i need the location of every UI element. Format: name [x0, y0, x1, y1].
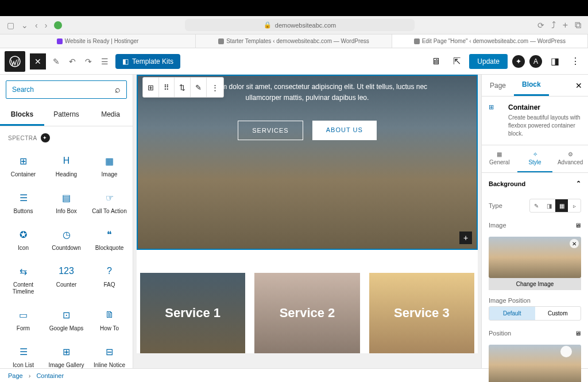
blockquote-icon: ❝ [103, 227, 117, 241]
close-inserter-button[interactable]: ✕ [30, 53, 46, 70]
settings-panel: Page Block ✕ ⊞ Container Create beautifu… [481, 75, 588, 368]
container-info-icon: ⊞ [489, 103, 502, 117]
block-heading[interactable]: HHeading [45, 148, 87, 184]
block-form[interactable]: ▭Form [2, 302, 44, 338]
service-card-3[interactable]: Service 3 [369, 273, 474, 353]
style-icon: ✧ [533, 151, 537, 157]
back-icon[interactable]: ‹ [35, 21, 38, 30]
reload-icon[interactable]: ⟳ [537, 21, 544, 30]
template-kits-button[interactable]: ◧ Template Kits [115, 54, 180, 69]
redo-icon[interactable]: ↷ [83, 55, 94, 68]
drag-handle-icon[interactable]: ⠿ [159, 78, 175, 97]
undo-icon[interactable]: ↶ [67, 55, 78, 68]
services-button[interactable]: SERVICES [238, 121, 303, 140]
block-buttons[interactable]: ☰Buttons [2, 185, 44, 221]
update-button[interactable]: Update [469, 54, 508, 69]
block-notice[interactable]: ⊟Inline Notice [88, 339, 130, 368]
spectra-icon[interactable]: ✦ [512, 55, 525, 68]
focal-point-handle[interactable] [560, 346, 572, 357]
forward-icon[interactable]: › [45, 21, 48, 30]
image-label: Image [489, 222, 506, 229]
block-blockquote[interactable]: ❝Blockquote [88, 222, 130, 257]
position-label: Position [489, 330, 511, 337]
settings-tab-general[interactable]: ▦General [482, 145, 517, 172]
astra-icon[interactable]: A [529, 55, 542, 68]
hero-container-block[interactable]: Lorem ipsum dolor sit amet, consectetur … [137, 75, 478, 250]
block-infobox[interactable]: ▤Info Box [45, 185, 87, 221]
block-howto[interactable]: 🗎How To [88, 302, 130, 338]
device-preview-icon[interactable]: 🖥 [428, 53, 444, 70]
browser-tab-editor[interactable]: Edit Page "Home" ‹ demowebsiteabc.com — … [392, 34, 588, 48]
tab-media[interactable]: Media [88, 105, 133, 126]
counter-icon: 123 [60, 264, 74, 278]
breadcrumb-container[interactable]: Container [36, 372, 64, 379]
tab-patterns[interactable]: Patterns [44, 105, 88, 126]
block-iconlist[interactable]: ☰Icon List [2, 339, 44, 368]
tabs-icon[interactable]: ⧉ [575, 20, 581, 30]
dropdown-icon[interactable]: ⌄ [21, 21, 28, 30]
responsive-icon[interactable]: 🖥 [575, 330, 581, 337]
bg-type-video[interactable]: ▹ [568, 199, 581, 212]
sidebar-toggle-icon[interactable]: ▢ [7, 21, 14, 30]
responsive-icon[interactable]: 🖥 [575, 222, 581, 229]
wordpress-logo-icon[interactable] [5, 51, 25, 72]
background-image-preview[interactable]: ✕ [489, 237, 581, 278]
add-block-button[interactable]: + [459, 231, 472, 244]
share-icon[interactable]: ⤴ [551, 20, 556, 30]
bg-type-color[interactable]: ✎ [530, 199, 543, 212]
grammarly-icon[interactable] [54, 21, 62, 29]
position-default[interactable]: Default [489, 307, 535, 320]
list-view-icon[interactable]: ☰ [99, 55, 111, 68]
countdown-icon: ◷ [60, 227, 74, 241]
container-block-icon[interactable]: ⊞ [143, 78, 159, 97]
more-options-icon[interactable]: ⋮ [567, 53, 583, 70]
block-container[interactable]: ⊞Container [2, 148, 44, 184]
external-link-icon[interactable]: ⇱ [448, 53, 465, 70]
position-focal-picker[interactable] [489, 345, 581, 382]
breadcrumb-page[interactable]: Page [8, 372, 23, 379]
block-icon[interactable]: ✪Icon [2, 222, 44, 257]
block-map[interactable]: ⊡Google Maps [45, 302, 87, 338]
copy-style-icon[interactable]: ✎ [191, 78, 207, 97]
block-cta[interactable]: ☞Call To Action [88, 185, 130, 221]
about-us-button[interactable]: ABOUT US [312, 121, 377, 140]
notice-icon: ⊟ [103, 345, 117, 358]
sidebar-toggle-icon[interactable]: ◨ [547, 53, 563, 70]
browser-tab-starter[interactable]: Starter Templates ‹ demowebsiteabc.com —… [196, 34, 392, 48]
new-tab-icon[interactable]: + [563, 20, 568, 30]
block-gallery[interactable]: ⊞Image Gallery [45, 339, 87, 368]
service-card-2[interactable]: Service 2 [254, 273, 359, 353]
block-more-icon[interactable]: ⋮ [207, 78, 223, 97]
move-arrows-icon[interactable]: ⇅ [175, 78, 191, 97]
settings-tab-advanced[interactable]: ⚙Advanced [552, 145, 588, 172]
background-section-header[interactable]: Background ⌃ [482, 173, 588, 194]
bg-type-gradient[interactable]: ◨ [543, 199, 555, 212]
block-counter[interactable]: 123Counter [45, 258, 87, 301]
search-blocks-input[interactable]: ⌕ [6, 80, 127, 99]
remove-image-icon[interactable]: ✕ [570, 239, 579, 248]
tab-blocks[interactable]: Blocks [0, 105, 44, 126]
block-countdown[interactable]: ◷Countdown [45, 222, 87, 257]
settings-tab-style[interactable]: ✧Style [517, 145, 553, 172]
heading-icon: H [60, 154, 74, 168]
change-image-button[interactable]: Change Image [489, 278, 581, 290]
url-bar[interactable]: 🔒 demowebsiteabc.com [185, 19, 415, 31]
browser-tab-hostinger[interactable]: Website is Ready | Hostinger [0, 34, 196, 48]
block-image[interactable]: ▦Image [88, 148, 130, 184]
service-card-1[interactable]: Service 1 [140, 273, 245, 353]
iconlist-icon: ☰ [17, 345, 30, 358]
services-row[interactable]: Service 1 Service 2 Service 3 [137, 250, 478, 353]
tab-block[interactable]: Block [514, 75, 549, 96]
block-description: Create beautiful layouts with flexbox po… [508, 114, 581, 138]
faq-icon: ? [103, 264, 117, 278]
bg-type-image[interactable]: ▦ [555, 199, 568, 212]
howto-icon: 🗎 [103, 308, 117, 322]
editor-canvas[interactable]: ⊞ ⠿ ⇅ ✎ ⋮ Lorem ipsum dolor sit amet, co… [133, 75, 481, 368]
block-inserter-panel: ⌕ Blocks Patterns Media SPECTRA ✦ ⊞Conta… [0, 75, 133, 368]
close-settings-icon[interactable]: ✕ [570, 81, 588, 90]
tab-page[interactable]: Page [482, 76, 514, 95]
block-faq[interactable]: ?FAQ [88, 258, 130, 301]
edit-tool-icon[interactable]: ✎ [51, 55, 62, 68]
position-custom[interactable]: Custom [535, 307, 581, 320]
block-timeline[interactable]: ⇆Content Timeline [2, 258, 44, 301]
